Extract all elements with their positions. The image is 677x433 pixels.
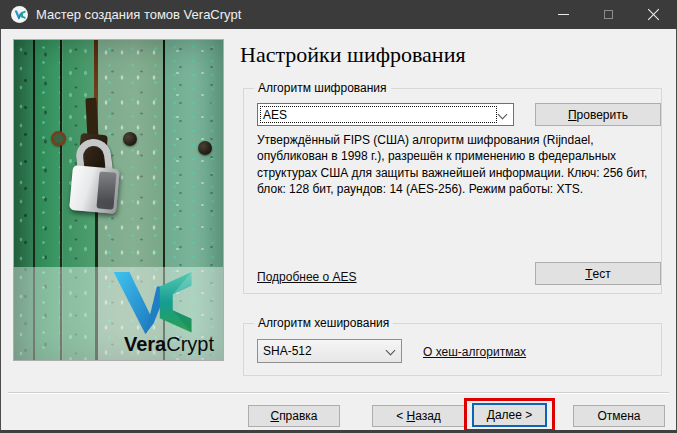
help-button[interactable]: Справка — [248, 405, 340, 427]
encryption-algorithm-group: Алгоритм шифрования AES Проверить Утверж… — [243, 88, 662, 294]
encryption-algorithm-select[interactable]: AES — [257, 103, 514, 126]
button-accesskey: Н — [406, 409, 415, 423]
next-button[interactable]: Далее > — [472, 403, 547, 427]
veracrypt-wizard-window: Мастер создания томов VeraCrypt — [0, 0, 677, 433]
minimize-button[interactable] — [541, 0, 586, 29]
button-label: роверить — [577, 108, 628, 122]
veracrypt-logo-glyph — [14, 10, 26, 20]
hash-algorithm-value: SHA-512 — [263, 344, 312, 358]
button-label: правка — [279, 409, 317, 423]
more-about-aes-link[interactable]: Подробнее о AES — [257, 270, 357, 284]
window-title: Мастер создания томов VeraCrypt — [36, 0, 241, 29]
button-label: Отмена — [597, 409, 640, 423]
wordmark-vera: Vera — [124, 333, 166, 355]
button-label: ест — [593, 267, 611, 281]
close-button[interactable] — [631, 0, 676, 29]
hash-group-label: Алгоритм хеширования — [254, 316, 393, 330]
logo-overlay-band: VeraCrypt — [14, 267, 223, 360]
algorithm-description: Утверждённый FIPS (США) алгоритм шифрова… — [257, 132, 660, 198]
wordmark-crypt: Crypt — [166, 333, 214, 355]
veracrypt-logo — [100, 272, 208, 334]
back-button[interactable]: < Назад — [372, 405, 465, 427]
hash-algorithm-group: Алгоритм хеширования SHA-512 О хеш-алгор… — [243, 323, 662, 376]
maximize-icon — [604, 10, 613, 19]
button-label: азад — [415, 409, 441, 423]
button-label: < — [396, 409, 406, 423]
maximize-button — [586, 0, 631, 29]
veracrypt-wordmark: VeraCrypt — [124, 333, 214, 356]
benchmark-test-button[interactable]: Тест — [535, 262, 661, 285]
hash-algorithm-select[interactable]: SHA-512 — [257, 339, 402, 363]
chevron-down-icon — [498, 111, 506, 119]
cancel-button[interactable]: Отмена — [573, 405, 665, 427]
minimize-icon — [558, 14, 569, 15]
window-controls — [541, 0, 676, 29]
hash-info-link[interactable]: О хеш-алгоритмах — [423, 345, 526, 359]
page-title: Настройки шифрования — [240, 42, 466, 68]
encryption-group-label: Алгоритм шифрования — [254, 81, 391, 95]
button-accesskey: Т — [585, 267, 592, 281]
titlebar: Мастер создания томов VeraCrypt — [0, 0, 677, 29]
button-accesskey: Д — [487, 408, 495, 422]
verify-button[interactable]: Проверить — [535, 103, 661, 126]
chevron-down-icon — [386, 347, 394, 355]
door-padlock-image: VeraCrypt — [14, 40, 223, 360]
footer-separator — [8, 392, 669, 394]
button-accesskey: П — [568, 108, 577, 122]
button-accesskey: С — [270, 409, 279, 423]
focus-rect — [260, 106, 497, 123]
close-icon — [647, 8, 660, 21]
button-label: алее > — [495, 408, 532, 422]
veracrypt-app-icon — [11, 6, 28, 23]
